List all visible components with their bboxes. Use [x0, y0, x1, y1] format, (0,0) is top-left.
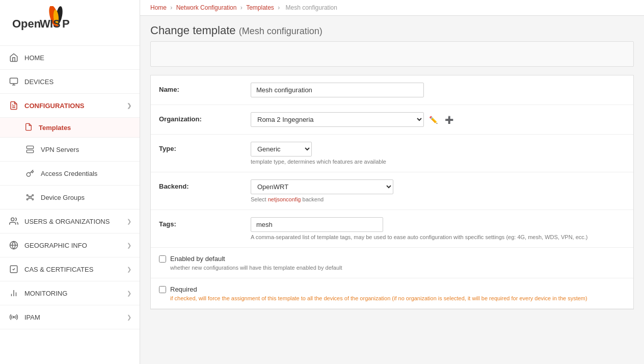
svg-rect-7: [10, 78, 18, 84]
breadcrumb-network-config[interactable]: Network Configuration: [176, 4, 237, 11]
page-header: Change template (Mesh configuration): [140, 16, 644, 41]
type-label: Type:: [159, 142, 251, 152]
type-select[interactable]: Generic: [251, 142, 312, 157]
ipam-chevron: ❯: [127, 314, 131, 321]
enabled-by-default-checkbox[interactable]: [159, 255, 166, 263]
form-row-name: Name:: [151, 75, 633, 105]
sidebar-item-users-label: USERS & ORGANIZATIONS: [24, 218, 127, 225]
form-section: Name: Organization: Roma 2 Ingegneria ✏️…: [150, 75, 634, 309]
sidebar-item-device-groups[interactable]: Device Groups: [0, 186, 140, 210]
geo-chevron: ❯: [127, 242, 131, 249]
svg-point-25: [11, 218, 14, 221]
cas-chevron: ❯: [127, 266, 131, 273]
backend-help-suffix: backend: [301, 196, 324, 202]
organization-control: Roma 2 Ingegneria ✏️ ➕: [251, 112, 625, 127]
sidebar-logo: Open W IS P: [0, 0, 140, 46]
tags-help: A comma-separated list of template tags,…: [251, 234, 625, 240]
form-row-required: Required if checked, will force the assi…: [151, 278, 633, 309]
svg-point-19: [26, 199, 28, 200]
svg-point-18: [32, 195, 34, 196]
form-row-enabled-by-default: Enabled by default whether new configura…: [151, 248, 633, 278]
sidebar-item-configurations[interactable]: CONFIGURATIONS ❯: [0, 94, 140, 118]
svg-text:P: P: [62, 17, 70, 30]
svg-line-24: [31, 198, 32, 199]
svg-rect-12: [26, 146, 33, 148]
sidebar-item-access-creds-label: Access Credentials: [41, 170, 131, 177]
users-chevron: ❯: [127, 218, 131, 225]
sidebar: Open W IS P HOME DEVICES: [0, 0, 140, 364]
sidebar-item-ipam[interactable]: IPAM ❯: [0, 305, 140, 329]
breadcrumb: Home › Network Configuration › Templates…: [140, 0, 644, 16]
configurations-icon: [8, 100, 19, 111]
backend-select[interactable]: OpenWRT: [251, 179, 393, 194]
enabled-by-default-label[interactable]: Enabled by default: [159, 255, 225, 263]
top-bar: [150, 41, 634, 67]
breadcrumb-sep3: ›: [278, 4, 281, 11]
sidebar-item-geo-label: GEOGRAPHIC INFO: [24, 242, 127, 249]
sidebar-item-home[interactable]: HOME: [0, 46, 140, 70]
page-title: Change template (Mesh configuration): [150, 24, 634, 37]
svg-line-21: [28, 196, 30, 197]
breadcrumb-templates[interactable]: Templates: [246, 4, 274, 11]
sidebar-item-configurations-label: CONFIGURATIONS: [24, 102, 127, 110]
svg-point-20: [32, 199, 34, 200]
breadcrumb-sep2: ›: [240, 4, 244, 11]
sidebar-item-templates-label: Templates: [39, 124, 71, 132]
monitoring-icon: [8, 288, 19, 299]
sidebar-item-geographic-info[interactable]: GEOGRAPHIC INFO ❯: [0, 233, 140, 257]
sidebar-item-cas-label: CAS & CERTIFICATES: [24, 266, 127, 273]
backend-label: Backend:: [159, 179, 251, 190]
breadcrumb-current: Mesh configuration: [286, 4, 337, 11]
backend-help-prefix: Select: [251, 196, 268, 202]
device-groups-icon: [24, 192, 36, 203]
page-title-text: Change template: [150, 24, 236, 37]
required-text: Required: [170, 285, 197, 293]
svg-point-32: [13, 317, 15, 318]
sidebar-item-users-orgs[interactable]: USERS & ORGANIZATIONS ❯: [0, 210, 140, 233]
organization-label: Organization:: [159, 112, 251, 123]
svg-line-23: [28, 198, 30, 199]
sidebar-item-devices[interactable]: DEVICES: [0, 70, 140, 94]
sidebar-item-monitoring[interactable]: MONITORING ❯: [0, 281, 140, 305]
devices-icon: [8, 76, 19, 87]
form-row-backend: Backend: OpenWRT Select netjsonconfig ba…: [151, 172, 633, 210]
form-row-type: Type: Generic template type, determines …: [151, 135, 633, 172]
required-help: if checked, will force the assignment of…: [170, 295, 587, 301]
form-row-tags: Tags: A comma-separated list of template…: [151, 210, 633, 248]
sidebar-item-vpn-label: VPN Servers: [41, 146, 131, 153]
sidebar-item-templates[interactable]: Templates: [0, 118, 140, 138]
svg-line-22: [31, 196, 32, 197]
form-row-organization: Organization: Roma 2 Ingegneria ✏️ ➕: [151, 105, 633, 135]
organization-select[interactable]: Roma 2 Ingegneria: [251, 112, 424, 127]
required-checkbox[interactable]: [159, 286, 166, 293]
breadcrumb-home[interactable]: Home: [150, 4, 167, 11]
content-area: Name: Organization: Roma 2 Ingegneria ✏️…: [140, 41, 644, 320]
tags-input[interactable]: [251, 217, 383, 232]
organization-add-button[interactable]: ➕: [443, 115, 455, 125]
tags-control: A comma-separated list of template tags,…: [251, 217, 625, 240]
name-input[interactable]: [251, 83, 424, 97]
organization-edit-button[interactable]: ✏️: [427, 115, 440, 125]
sidebar-item-devices-label: DEVICES: [24, 78, 131, 86]
sidebar-item-vpn-servers[interactable]: VPN Servers: [0, 138, 140, 162]
sidebar-item-cas-certificates[interactable]: CAS & CERTIFICATES ❯: [0, 257, 140, 281]
required-label[interactable]: Required: [159, 285, 197, 293]
home-icon: [8, 52, 19, 63]
name-control: [251, 83, 625, 97]
main-content: Home › Network Configuration › Templates…: [140, 0, 644, 364]
netjsonconfig-link[interactable]: netjsonconfig: [268, 196, 301, 202]
type-control: Generic template type, determines which …: [251, 142, 625, 165]
tags-label: Tags:: [159, 217, 251, 228]
svg-text:IS: IS: [50, 17, 61, 30]
enabled-by-default-help: whether new configurations will have thi…: [170, 265, 342, 271]
org-row: Roma 2 Ingegneria ✏️ ➕: [251, 112, 625, 127]
backend-help: Select netjsonconfig backend: [251, 196, 625, 202]
page-subtitle: (Mesh configuration): [239, 26, 323, 36]
svg-point-17: [26, 195, 28, 196]
ipam-icon: [8, 311, 19, 323]
key-icon: [24, 168, 36, 179]
sidebar-item-access-credentials[interactable]: Access Credentials: [0, 162, 140, 186]
configurations-chevron: ❯: [127, 102, 131, 109]
users-icon: [8, 216, 19, 227]
svg-text:Open: Open: [12, 17, 41, 30]
